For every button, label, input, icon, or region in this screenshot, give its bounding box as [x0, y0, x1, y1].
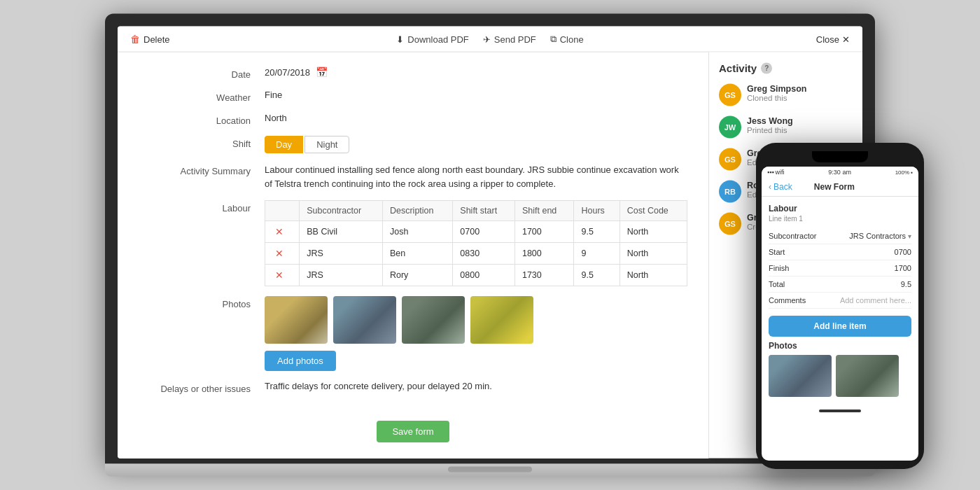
phone-subcontractor-row: Subcontractor JRS Contractors ▾ [769, 228, 911, 244]
location-label: Location [139, 113, 265, 126]
phone-subcontractor-value-container: JRS Contractors ▾ [849, 232, 911, 240]
toolbar-right: Close ✕ [584, 34, 850, 44]
phone-start-label: Start [769, 248, 785, 256]
help-icon[interactable]: ? [761, 62, 772, 74]
add-photos-button[interactable]: Add photos [265, 351, 336, 371]
phone-subcontractor-label: Subcontractor [769, 232, 816, 240]
cost-code-cell: North [620, 264, 687, 286]
activity-info: Jess Wong Printed this [747, 116, 853, 134]
photo-4[interactable] [470, 296, 533, 344]
phone-photo-1[interactable] [769, 355, 832, 397]
phone-content: Labour Line item 1 Subcontractor JRS Con… [762, 197, 918, 404]
toolbar: 🗑 Delete ⬇ Download PDF ✈ Send PDF [118, 27, 862, 52]
laptop-screen-inner: 🗑 Delete ⬇ Download PDF ✈ Send PDF [118, 27, 862, 458]
delays-row: Delays or other issues Traffic delays fo… [139, 381, 687, 394]
shift-buttons: Day Night [265, 136, 687, 153]
phone-comments-value: Add comment here... [840, 296, 911, 304]
battery-label: 100% [895, 169, 909, 176]
photo-1[interactable] [265, 296, 328, 344]
photo-2[interactable] [333, 296, 396, 344]
toolbar-left: 🗑 Delete [130, 34, 396, 45]
phone-nav-title: New Form [814, 182, 855, 192]
subcontractor-cell: JRS [300, 264, 383, 286]
avatar: GS [719, 148, 741, 171]
location-row: Location North [139, 113, 687, 126]
description-cell: Ben [382, 242, 452, 264]
form-area: Date 20/07/2018 📅 Weather Fine [118, 52, 708, 458]
laptop-base [105, 464, 875, 477]
table-row: ✕ BB Civil Josh 0700 1700 9.5 North [265, 220, 687, 242]
shift-start-cell: 0830 [453, 242, 515, 264]
delays-label: Delays or other issues [139, 381, 265, 394]
close-button[interactable]: Close ✕ [816, 34, 850, 44]
phone-finish-value: 1700 [895, 264, 911, 272]
avatar: GS [719, 84, 741, 106]
shift-day-button[interactable]: Day [265, 136, 303, 153]
cost-code-cell: North [620, 220, 687, 242]
scene: 🗑 Delete ⬇ Download PDF ✈ Send PDF [0, 0, 980, 490]
activity-item: JW Jess Wong Printed this [719, 116, 853, 139]
phone-total-label: Total [769, 280, 785, 288]
labour-table-container: Subcontractor Description Shift start Sh… [265, 200, 687, 286]
delete-label: Delete [144, 34, 170, 44]
clone-button[interactable]: ⧉ Clone [550, 34, 584, 45]
download-icon: ⬇ [396, 34, 404, 44]
activity-name: Greg Simpson [747, 84, 853, 94]
delete-row-cell: ✕ [265, 220, 300, 242]
labour-table: Subcontractor Description Shift start Sh… [265, 200, 687, 286]
phone-nav: ‹ Back New Form [762, 178, 918, 197]
phone-section-sub: Line item 1 [769, 215, 911, 223]
photos-row [265, 296, 687, 344]
delete-row-button[interactable]: ✕ [272, 248, 286, 259]
weather-label: Weather [139, 90, 265, 103]
weather-value: Fine [265, 90, 687, 100]
activity-title-text: Activity [719, 62, 757, 74]
hours-cell: 9.5 [574, 220, 620, 242]
shift-row: Shift Day Night [139, 136, 687, 153]
phone-photo-2[interactable] [836, 355, 899, 397]
send-pdf-label: Send PDF [494, 34, 536, 44]
shift-label: Shift [139, 136, 265, 149]
shift-night-button[interactable]: Night [304, 136, 349, 153]
delete-row-cell: ✕ [265, 242, 300, 264]
activity-title: Activity ? [719, 62, 853, 74]
delete-row-button[interactable]: ✕ [272, 226, 286, 237]
col-subcontractor [265, 200, 300, 220]
hours-cell: 9.5 [574, 264, 620, 286]
phone-start-value: 0700 [895, 248, 911, 256]
table-row: ✕ JRS Ben 0830 1800 9 North [265, 242, 687, 264]
photo-3[interactable] [402, 296, 465, 344]
delete-row-button[interactable]: ✕ [272, 270, 286, 281]
phone-comments-row: Comments Add comment here... [769, 293, 911, 309]
subcontractor-cell: JRS [300, 242, 383, 264]
shift-start-cell: 0700 [453, 220, 515, 242]
activity-action: Printed this [747, 126, 853, 134]
phone-comments-label: Comments [769, 296, 806, 304]
save-form-button[interactable]: Save form [377, 421, 449, 442]
activity-action: Cloned this [747, 94, 853, 102]
send-pdf-button[interactable]: ✈ Send PDF [483, 34, 536, 44]
location-value: North [265, 113, 687, 123]
delete-button[interactable]: 🗑 Delete [130, 34, 170, 45]
phone-photos-row [769, 355, 911, 397]
phone-home-indicator[interactable] [819, 410, 861, 412]
phone: ▪▪▪ wifi 9:30 am 100% ▪ ‹ Back New Form [756, 143, 924, 469]
shift-start-cell: 0800 [453, 264, 515, 286]
phone-finish-row: Finish 1700 [769, 260, 911, 276]
chevron-down-icon: ▾ [908, 232, 911, 240]
main-layout: Date 20/07/2018 📅 Weather Fine [118, 52, 862, 458]
phone-photos-title: Photos [769, 341, 911, 351]
calendar-icon[interactable]: 📅 [316, 66, 328, 78]
save-form-container: Save form [139, 404, 687, 456]
phone-status-icons: 100% ▪ [895, 169, 913, 176]
phone-back-button[interactable]: ‹ Back [769, 182, 792, 192]
col-subcontractor-header: Subcontractor [300, 200, 383, 220]
phone-add-line-item-button[interactable]: Add line item [769, 316, 911, 337]
shift-end-cell: 1700 [514, 220, 574, 242]
back-label: Back [774, 182, 792, 192]
delays-value: Traffic delays for concrete delivery, po… [265, 381, 687, 391]
download-pdf-button[interactable]: ⬇ Download PDF [396, 34, 468, 44]
phone-signal: ▪▪▪ wifi [767, 169, 785, 176]
activity-summary-value: Labour continued installing sed fence al… [265, 163, 687, 190]
description-cell: Josh [382, 220, 452, 242]
